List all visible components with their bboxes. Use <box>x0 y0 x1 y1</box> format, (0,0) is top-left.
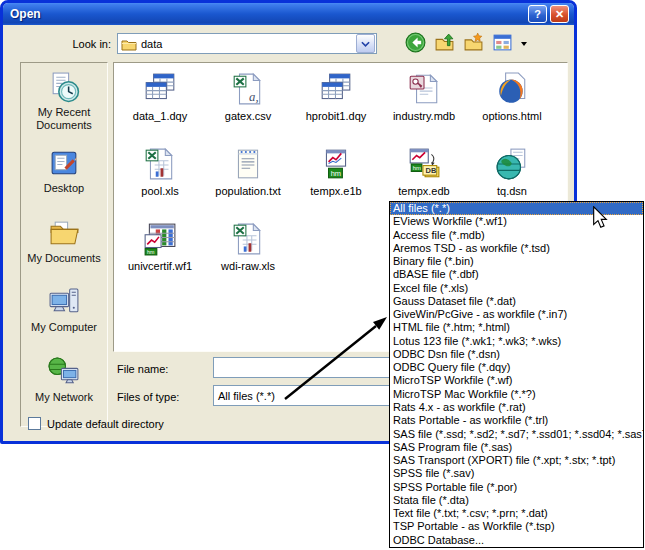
update-default-directory-checkbox[interactable] <box>28 417 41 430</box>
file-name-label: hprobit1.dqy <box>306 110 367 122</box>
file-name-label: options.html <box>482 110 541 122</box>
look-in-combobox[interactable]: data <box>117 33 377 54</box>
help-button[interactable]: ? <box>528 5 547 23</box>
globe-dsn-icon <box>495 146 529 182</box>
filetype-option-rats-4-x-as-workfile-rat[interactable]: Rats 4.x - as workfile (*.rat) <box>390 401 643 414</box>
file-tempx-edb[interactable]: hmDBtempx.edb <box>380 146 468 208</box>
excel-csv-icon: a, <box>231 71 265 107</box>
firefox-page-icon <box>495 71 529 107</box>
svg-text:a,: a, <box>249 90 259 104</box>
update-default-directory-label: Update default directory <box>47 418 164 430</box>
filetype-option-all-files[interactable]: All files (*.*) <box>390 202 643 215</box>
eviews-graph-icon: hm <box>319 146 353 182</box>
my-documents-icon <box>48 217 81 250</box>
up-one-level-button[interactable] <box>433 33 455 55</box>
file-name-label: pool.xls <box>141 185 178 197</box>
query-spreadsheet-icon <box>143 71 177 107</box>
files-of-type-label: Files of type: <box>117 391 179 403</box>
excel-sheet-icon <box>231 221 265 257</box>
look-in-dropdown-button[interactable] <box>356 34 375 53</box>
filetype-option-stata-file-dta[interactable]: Stata file (*.dta) <box>390 494 643 507</box>
views-icon <box>492 32 513 56</box>
filetype-option-givewin-pcgive-as-workfile-in7[interactable]: GiveWin/PcGive - as workfile (*.in7) <box>390 308 643 321</box>
sidebar-item-desktop[interactable]: Desktop <box>22 147 106 217</box>
file-options-html[interactable]: options.html <box>468 71 556 133</box>
file-industry-mdb[interactable]: industry.mdb <box>380 71 468 133</box>
filetype-option-odbc-dsn-file-dsn[interactable]: ODBC Dsn file (*.dsn) <box>390 348 643 361</box>
sidebar-item-label: Desktop <box>44 182 84 195</box>
filetype-option-odbc-query-file-dqy[interactable]: ODBC Query file (*.dqy) <box>390 361 643 374</box>
views-button[interactable] <box>491 33 513 55</box>
file-hprobit1-dqy[interactable]: hprobit1.dqy <box>292 71 380 133</box>
svg-text:hm: hm <box>147 249 155 255</box>
sidebar-item-my-network[interactable]: My Network <box>22 356 106 426</box>
file-gatex-csv[interactable]: a,gatex.csv <box>204 71 292 133</box>
text-doc-icon <box>231 146 265 182</box>
my-network-icon <box>48 356 81 389</box>
file-population-txt[interactable]: population.txt <box>204 146 292 208</box>
file-name-label: gatex.csv <box>225 110 271 122</box>
filetype-option-sas-transport-xport-file-xpt-s[interactable]: SAS Transport (XPORT) file (*.xpt; *.stx… <box>390 454 643 467</box>
titlebar[interactable]: Open ? ✕ <box>3 3 574 25</box>
window-title: Open <box>10 7 525 21</box>
filetype-option-html-file-htm-html[interactable]: HTML file (*.htm; *.html) <box>390 321 643 334</box>
file-tq-dsn[interactable]: tq.dsn <box>468 146 556 208</box>
sidebar-item-my-recent-documents[interactable]: My Recent Documents <box>22 71 106 147</box>
filetype-option-aremos-tsd-as-workfile-tsd[interactable]: Aremos TSD - as workfile (*.tsd) <box>390 242 643 255</box>
svg-text:hm: hm <box>413 165 421 171</box>
update-default-directory-row: Update default directory <box>28 417 164 430</box>
chevron-down-icon[interactable] <box>521 42 527 46</box>
filetype-option-odbc-database[interactable]: ODBC Database... <box>390 534 643 547</box>
file-tempx-e1b[interactable]: hmtempx.e1b <box>292 146 380 208</box>
folder-icon <box>121 37 137 51</box>
page: Open ? ✕ Look in: data My Recent Documen… <box>0 0 645 550</box>
new-folder-icon <box>463 32 484 56</box>
filetype-option-binary-file-bin[interactable]: Binary file (*.bin) <box>390 255 643 268</box>
sidebar-item-my-documents[interactable]: My Documents <box>22 217 106 287</box>
file-name-label: tempx.edb <box>398 185 449 197</box>
files-of-type-value: All files (*.*) <box>214 390 275 402</box>
file-pool-xls[interactable]: pool.xls <box>116 146 204 208</box>
create-new-folder-button[interactable] <box>462 33 484 55</box>
filetype-option-sas-program-file-sas[interactable]: SAS Program file (*.sas) <box>390 441 643 454</box>
file-name-label: File name: <box>117 363 168 375</box>
filetype-option-dbase-file-dbf[interactable]: dBASE file (*.dbf) <box>390 268 643 281</box>
file-univcertif-wf1[interactable]: hmunivcertif.wf1 <box>116 221 204 283</box>
filetype-option-rats-portable-as-workfile-trl[interactable]: Rats Portable - as workfile (*.trl) <box>390 414 643 427</box>
filetype-option-microtsp-mac-workfile[interactable]: MicroTSP Mac Workfile (*.*?) <box>390 388 643 401</box>
workfile-icon: hm <box>143 221 177 257</box>
chevron-down-icon <box>361 41 370 47</box>
file-name-label: population.txt <box>215 185 280 197</box>
look-in-value: data <box>141 38 355 50</box>
places-sidebar: My Recent DocumentsDesktopMy DocumentsMy… <box>20 62 108 427</box>
filetype-option-text-file-txt-csv-prn-dat[interactable]: Text file (*.txt; *.csv; *.prn; *.dat) <box>390 507 643 520</box>
close-button[interactable]: ✕ <box>550 5 569 23</box>
filetype-option-lotus-123-file-wk1-wk3-wks[interactable]: Lotus 123 file (*.wk1; *.wk3; *.wks) <box>390 335 643 348</box>
filetype-option-access-file-mdb[interactable]: Access file (*.mdb) <box>390 229 643 242</box>
filetype-option-excel-file-xls[interactable]: Excel file (*.xls) <box>390 282 643 295</box>
query-spreadsheet-icon <box>319 71 353 107</box>
filetype-option-tsp-portable-as-workfile-tsp[interactable]: TSP Portable - as Workfile (*.tsp) <box>390 520 643 533</box>
filetype-option-eviews-workfile-wf1[interactable]: EViews Workfile (*.wf1) <box>390 215 643 228</box>
back-icon <box>405 32 426 56</box>
filetype-option-spss-file-sav[interactable]: SPSS file (*.sav) <box>390 467 643 480</box>
sidebar-item-label: My Documents <box>27 252 100 265</box>
filetype-option-microtsp-workfile-wf[interactable]: MicroTSP Workfile (*.wf) <box>390 374 643 387</box>
sidebar-item-label: My Recent Documents <box>22 106 106 132</box>
filetype-option-sas-file-ssd-sd2-sd7-ssd01-ssd[interactable]: SAS file (*.ssd; *.sd2; *.sd7; *.ssd01; … <box>390 428 643 441</box>
file-name-label: data_1.dqy <box>133 110 187 122</box>
files-of-type-dropdown-list[interactable]: All files (*.*)EViews Workfile (*.wf1)Ac… <box>389 201 644 548</box>
filetype-option-gauss-dataset-file-dat[interactable]: Gauss Dataset file (*.dat) <box>390 295 643 308</box>
my-computer-icon <box>48 286 81 319</box>
back-button[interactable] <box>404 33 426 55</box>
file-name-label: wdi-raw.xls <box>221 260 275 272</box>
sidebar-item-label: My Network <box>35 391 93 404</box>
desktop-icon <box>48 147 81 180</box>
file-data-1-dqy[interactable]: data_1.dqy <box>116 71 204 133</box>
svg-text:DB: DB <box>426 166 437 175</box>
file-wdi-raw-xls[interactable]: wdi-raw.xls <box>204 221 292 283</box>
filetype-option-spss-portable-file-por[interactable]: SPSS Portable file (*.por) <box>390 481 643 494</box>
file-name-label: industry.mdb <box>393 110 455 122</box>
up-folder-icon <box>434 32 455 56</box>
sidebar-item-my-computer[interactable]: My Computer <box>22 286 106 356</box>
